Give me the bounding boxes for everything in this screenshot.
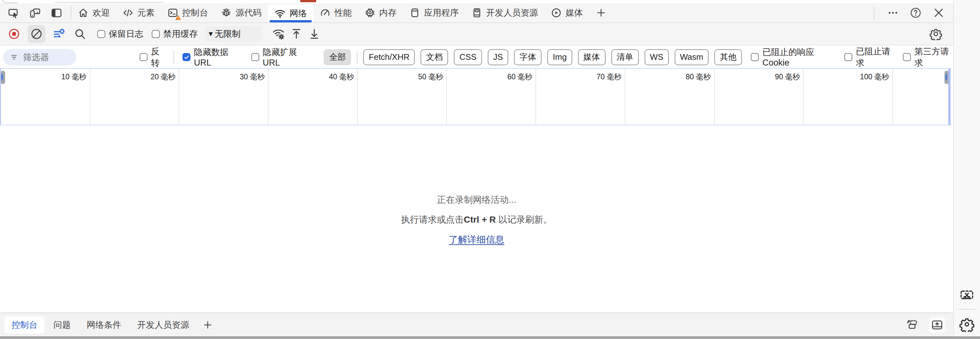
- export-har-button[interactable]: [305, 25, 323, 43]
- blocked-response-cookies-label: 已阻止的响应 Cookie: [762, 46, 836, 68]
- filter-toggle-button[interactable]: [50, 25, 68, 43]
- blocked-requests-checkbox[interactable]: 已阻止请求: [844, 46, 894, 69]
- checkbox-checked: [183, 53, 191, 61]
- window-bottom-edge: [0, 336, 980, 339]
- third-party-requests-checkbox[interactable]: 第三方请求: [903, 46, 953, 69]
- tab-welcome[interactable]: 欢迎: [72, 3, 116, 22]
- expand-drawer-button[interactable]: [929, 317, 945, 333]
- tab-memory[interactable]: 内存: [358, 3, 403, 22]
- blocked-response-cookies-checkbox[interactable]: 已阻止的响应 Cookie: [751, 46, 836, 68]
- chevron-down-icon: ▼: [207, 30, 214, 38]
- ruler-tick: 70 毫秒: [536, 69, 625, 125]
- import-har-button[interactable]: [287, 25, 305, 43]
- filter-lines-icon: [10, 53, 19, 62]
- close-icon[interactable]: [932, 7, 945, 19]
- tab-network[interactable]: 网络: [268, 5, 313, 22]
- ruler-tick: 100 毫秒: [803, 69, 893, 125]
- hide-extension-urls-checkbox[interactable]: 隐藏扩展 URL: [251, 46, 312, 68]
- inspect-element-icon[interactable]: [8, 7, 19, 19]
- clear-network-log-button[interactable]: [27, 25, 45, 43]
- filter-type-font[interactable]: 字体: [514, 49, 541, 65]
- drawer-tab-issues[interactable]: 问题: [46, 316, 78, 334]
- hint-prefix: 执行请求或点击: [401, 215, 464, 225]
- ruler-scroll-thumb: [945, 74, 947, 80]
- tab-label: 开发人员资源: [486, 7, 538, 19]
- filter-type-doc[interactable]: 文档: [420, 49, 448, 65]
- hide-data-urls-label: 隐藏数据 URL: [194, 46, 243, 68]
- inspect-tools-group: [0, 3, 71, 22]
- add-tab-button[interactable]: [589, 3, 613, 22]
- tab-label: 媒体: [566, 7, 583, 19]
- tab-console[interactable]: 控制台: [161, 3, 215, 22]
- third-party-requests-label: 第三方请求: [915, 46, 953, 69]
- search-button[interactable]: [71, 25, 89, 43]
- checkbox-unchecked: [140, 53, 148, 61]
- invert-filter-checkbox[interactable]: 反转: [140, 46, 166, 69]
- restore-panel-layout-button[interactable]: [904, 317, 921, 333]
- preserve-log-label: 保留日志: [109, 28, 143, 40]
- ruler-scroll-handle-right[interactable]: [945, 71, 949, 84]
- focus-mode-icon[interactable]: [51, 7, 62, 19]
- devtools-tab-bar: 欢迎 元素 控制台: [0, 3, 953, 23]
- filter-type-manifest[interactable]: 清单: [611, 49, 639, 65]
- check-icon: [184, 54, 189, 60]
- browser-settings-button[interactable]: [958, 315, 976, 333]
- selected-tab-underline: [269, 20, 312, 22]
- network-conditions-button[interactable]: [269, 25, 287, 43]
- disable-cache-checkbox[interactable]: 禁用缓存: [152, 28, 198, 40]
- tab-media[interactable]: 媒体: [544, 3, 589, 22]
- bug-icon: [221, 7, 232, 18]
- restore-panel-layout-icon: [906, 318, 918, 331]
- throttling-value: 无限制: [215, 28, 241, 40]
- chip-icon: [364, 7, 375, 18]
- help-icon[interactable]: [910, 7, 922, 19]
- tab-developer-resources[interactable]: 开发人员资源: [465, 3, 544, 22]
- gear-icon: [959, 317, 975, 332]
- preserve-log-checkbox[interactable]: 保留日志: [97, 28, 143, 40]
- filter-type-img[interactable]: Img: [547, 49, 572, 65]
- tab-sources[interactable]: 源代码: [215, 3, 268, 22]
- filter-type-ws[interactable]: WS: [644, 49, 669, 65]
- drawer-tab-console[interactable]: 控制台: [5, 316, 45, 334]
- filter-type-media[interactable]: 媒体: [578, 49, 606, 65]
- drawer-tab-developer-resources[interactable]: 开发人员资源: [130, 316, 196, 334]
- drawer-tab-network-conditions[interactable]: 网络条件: [80, 316, 128, 334]
- network-settings-button[interactable]: [927, 25, 945, 43]
- record-network-log-button[interactable]: [5, 25, 23, 43]
- drawer-add-tab-button[interactable]: [203, 320, 213, 330]
- network-overview-ruler[interactable]: 10 毫秒20 毫秒30 毫秒40 毫秒50 毫秒60 毫秒70 毫秒80 毫秒…: [0, 68, 951, 125]
- tab-performance[interactable]: 性能: [313, 3, 358, 22]
- hide-data-urls-checkbox[interactable]: 隐藏数据 URL: [183, 46, 243, 68]
- network-conditions-icon: [272, 27, 285, 41]
- filter-type-other[interactable]: 其他: [714, 49, 742, 65]
- console-icon: [167, 7, 178, 18]
- network-empty-state: 正在录制网络活动... 执行请求或点击Ctrl + R 以记录刷新。 了解详细信…: [0, 125, 953, 312]
- filter-type-wasm[interactable]: Wasm: [675, 49, 709, 65]
- gear-icon: [929, 27, 942, 40]
- plus-icon: [596, 7, 606, 18]
- tab-label: 元素: [137, 7, 154, 19]
- learn-more-link[interactable]: 了解详细信息: [449, 233, 504, 246]
- tab-elements[interactable]: 元素: [116, 3, 161, 22]
- ruler-tick: 20 毫秒: [90, 69, 180, 125]
- more-menu-icon[interactable]: [887, 7, 899, 19]
- page-fragment: [3, 0, 17, 3]
- play-circle-icon: [551, 7, 562, 18]
- filter-type-all[interactable]: 全部: [324, 49, 351, 65]
- throttling-dropdown[interactable]: ▼ 无限制: [205, 26, 261, 41]
- tab-label: 网络: [290, 8, 307, 19]
- filter-type-js[interactable]: JS: [488, 49, 508, 65]
- clear-icon: [30, 27, 43, 40]
- strip-divider: [959, 309, 975, 310]
- screenshot-snip-button[interactable]: [958, 286, 976, 304]
- tab-application[interactable]: 应用程序: [403, 3, 465, 22]
- checkbox-unchecked: [152, 30, 160, 38]
- console-warning-badge: [175, 15, 181, 20]
- ruler-scroll-handle-left[interactable]: [1, 71, 5, 84]
- filter-input[interactable]: 筛选器: [3, 49, 76, 66]
- filter-type-css[interactable]: CSS: [454, 49, 482, 65]
- tab-label: 源代码: [235, 7, 261, 19]
- hint-shortcut: Ctrl + R: [464, 215, 496, 225]
- filter-type-fetch-xhr[interactable]: Fetch/XHR: [363, 49, 415, 65]
- device-emulation-icon[interactable]: [29, 7, 41, 19]
